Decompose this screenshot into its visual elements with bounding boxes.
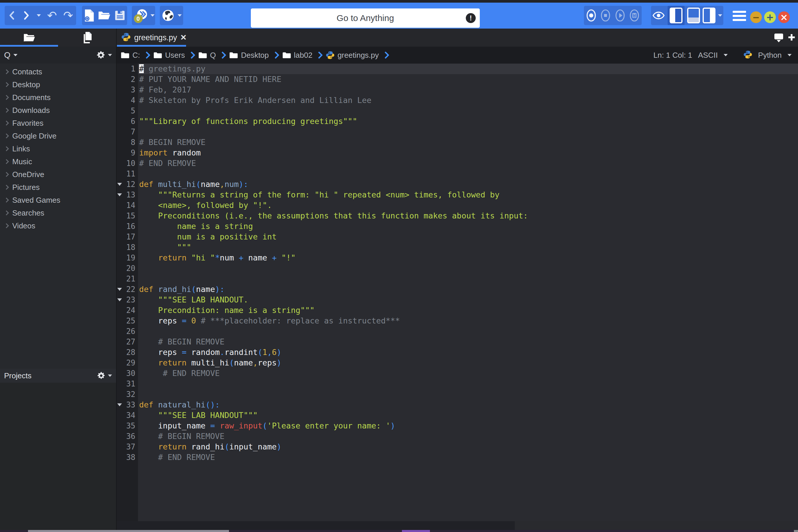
code-text[interactable]: return multi_hi(name,reps) [138,358,798,368]
chevron-right-icon[interactable] [4,159,9,164]
gutter-cell[interactable]: 23 [117,294,138,305]
code-line-11[interactable]: 11 [117,169,798,179]
chevron-right-icon[interactable] [4,198,9,203]
gutter-cell[interactable]: 9 [117,148,138,158]
code-text[interactable]: input_name = raw_input('Please enter you… [138,421,798,431]
code-text[interactable]: def rand_hi(name): [138,284,798,294]
toggle-bottom-pane-button[interactable] [687,7,700,23]
close-window-button[interactable]: × [778,12,790,23]
gutter-cell[interactable]: 16 [117,221,138,232]
new-tab-button[interactable] [786,32,797,43]
breadcrumb-item-q[interactable]: Q [198,51,216,60]
gutter-cell[interactable]: 33 [117,400,138,410]
code-text[interactable]: def multi_hi(name,num): [138,179,798,190]
code-line-7[interactable]: 7 [117,127,798,137]
sidebar-settings-button[interactable] [96,51,106,60]
gutter-cell[interactable]: 34 [117,410,138,421]
code-text[interactable]: # END REMOVE [138,452,798,462]
macro-play-button[interactable] [615,9,625,22]
code-text[interactable]: # Skeleton by Profs Erik Andersen and Li… [138,95,798,106]
code-text[interactable] [138,326,798,337]
code-line-18[interactable]: 18 """ [117,242,798,252]
code-line-5[interactable]: 5 [117,106,798,116]
encoding-indicator[interactable]: ASCII [698,51,718,60]
chevron-right-icon[interactable] [4,185,9,190]
code-line-17[interactable]: 17 num is a positive int [117,232,798,242]
code-line-37[interactable]: 37 return rand_hi(input_name) [117,442,798,452]
gutter-cell[interactable]: 15 [117,211,138,221]
sidebar-item-contacts[interactable]: Contacts [0,65,116,78]
sidebar-filter-caret[interactable] [14,54,18,56]
sidebar-item-downloads[interactable]: Downloads [0,104,116,117]
chevron-right-icon[interactable] [4,223,9,228]
gutter-cell[interactable]: 35 [117,421,138,431]
chevron-right-icon[interactable] [4,211,9,215]
code-text[interactable]: """ [138,242,798,252]
gutter-cell[interactable]: 20 [117,263,138,273]
sidebar-item-videos[interactable]: Videos [0,219,116,232]
breadcrumb-item-desktop[interactable]: Desktop [229,51,269,60]
scrollbar-thumb[interactable] [117,521,515,530]
breadcrumb-item-users[interactable]: Users [153,51,185,60]
code-editor[interactable]: 1# greetings.py2# PUT YOUR NAME AND NETI… [117,63,798,521]
code-text[interactable]: reps = 0 # ***placeholder: replace as in… [138,316,798,326]
code-line-4[interactable]: 4# Skeleton by Profs Erik Andersen and L… [117,95,798,106]
code-line-24[interactable]: 24 Precondition: name is a string""" [117,305,798,316]
code-text[interactable]: def natural_hi(): [138,400,798,410]
sidebar-item-saved-games[interactable]: Saved Games [0,194,116,207]
code-text[interactable]: import random [138,148,798,158]
chevron-right-icon[interactable] [4,147,9,151]
code-line-35[interactable]: 35 input_name = raw_input('Please enter … [117,421,798,431]
gutter-cell[interactable]: 32 [117,389,138,400]
chevron-right-icon[interactable] [4,82,9,87]
gutter-cell[interactable]: 27 [117,337,138,347]
code-text[interactable] [138,273,798,284]
sidebar-item-links[interactable]: Links [0,142,116,155]
syntax-check-caret[interactable] [151,14,155,17]
open-file-button[interactable] [98,10,111,21]
tab-list-button[interactable] [772,32,785,44]
code-text[interactable] [138,106,798,116]
code-text[interactable] [138,127,798,137]
gutter-cell[interactable]: 13 [117,190,138,200]
focus-mode-button[interactable] [652,12,665,20]
breadcrumb-item-lab02[interactable]: lab02 [282,51,313,60]
gutter-cell[interactable]: 25 [117,316,138,326]
code-line-26[interactable]: 26 [117,326,798,337]
breadcrumb-item-greetings-py[interactable]: greetings.py [326,51,379,60]
breadcrumb-item-c-[interactable]: C: [121,51,140,60]
code-line-10[interactable]: 10# END REMOVE [117,158,798,169]
code-text[interactable]: return "hi "*num + name + "!" [138,252,798,263]
code-line-23[interactable]: 23 """SEE LAB HANDOUT. [117,294,798,305]
back-button[interactable] [8,10,16,21]
history-dropdown-caret[interactable] [37,14,41,17]
code-text[interactable]: # BEGIN REMOVE [138,337,798,347]
chevron-right-icon[interactable] [4,172,9,177]
forward-button[interactable] [22,10,30,21]
save-button[interactable] [114,10,126,21]
encoding-caret[interactable] [724,54,728,56]
line-col-indicator[interactable]: Ln: 1 Col: 1 [653,51,692,60]
minimize-button[interactable]: − [750,12,762,23]
code-text[interactable]: reps = random.randint(1,6) [138,347,798,358]
sidebar-item-favorites[interactable]: Favorites [0,117,116,130]
gutter-cell[interactable]: 28 [117,347,138,358]
code-line-21[interactable]: 21 [117,273,798,284]
pane-toggle-caret[interactable] [718,14,722,17]
tab-greetings-py[interactable]: greetings.py × [117,28,186,47]
code-text[interactable]: # END REMOVE [138,368,798,379]
code-text[interactable]: # BEGIN REMOVE [138,431,798,442]
code-text[interactable] [138,263,798,273]
code-text[interactable] [138,389,798,400]
macro-record-button[interactable] [586,9,596,22]
gutter-cell[interactable]: 38 [117,452,138,462]
preview-caret[interactable] [178,14,182,17]
gutter-cell[interactable]: 14 [117,200,138,211]
code-line-9[interactable]: 9import random [117,148,798,158]
gutter-cell[interactable]: 22 [117,284,138,294]
toggle-right-pane-button[interactable] [703,7,716,23]
files-pane-tab[interactable] [58,28,116,47]
code-text[interactable]: """Library of functions producing greeti… [138,116,798,127]
code-line-3[interactable]: 3# Feb, 2017 [117,84,798,95]
language-caret[interactable] [787,54,792,56]
